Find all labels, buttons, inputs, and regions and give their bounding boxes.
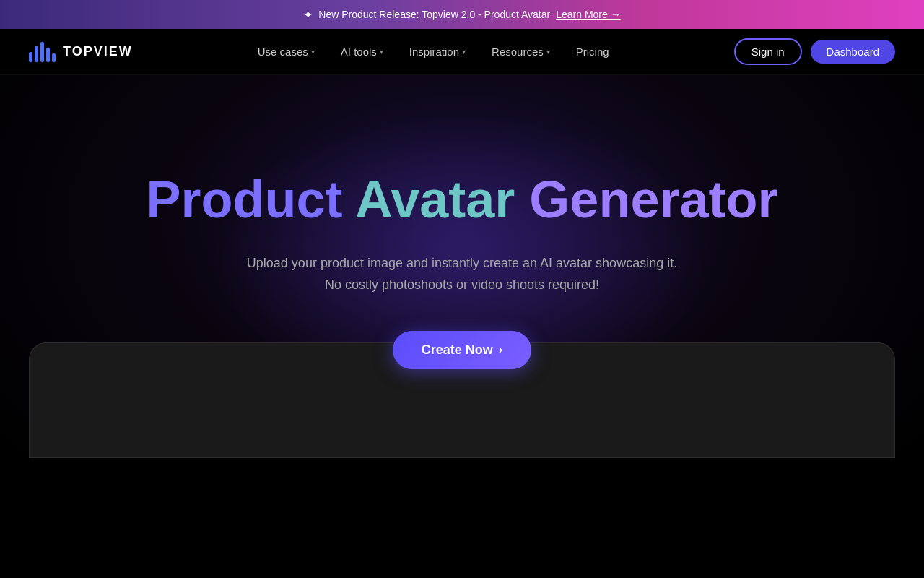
nav-use-cases[interactable]: Use cases ▾ (248, 40, 325, 64)
title-generator: Generator (529, 171, 777, 228)
subtitle-line2: No costly photoshoots or video shoots re… (325, 277, 599, 292)
nav-inspiration[interactable]: Inspiration ▾ (399, 40, 476, 64)
nav-pricing[interactable]: Pricing (566, 40, 619, 64)
subtitle-line1: Upload your product image and instantly … (247, 256, 677, 270)
chevron-down-icon: ▾ (380, 48, 383, 56)
title-product: Product (147, 171, 343, 228)
chevron-down-icon: ▾ (311, 48, 315, 56)
title-avatar: Avatar (355, 171, 515, 228)
nav-actions: Sign in Dashboard (734, 38, 895, 65)
signin-button[interactable]: Sign in (734, 38, 802, 65)
sparkle-icon: ✦ (303, 8, 313, 22)
logo[interactable]: TOPVIEW (29, 42, 133, 62)
hero-section: Product Avatar Generator Upload your pro… (0, 75, 924, 451)
learn-more-link[interactable]: Learn More → (556, 9, 620, 20)
hero-title: Product Avatar Generator (147, 171, 778, 228)
chevron-down-icon: ▾ (546, 48, 550, 56)
chevron-down-icon: ▾ (462, 48, 466, 56)
announcement-text: New Product Release: Topview 2.0 - Produ… (318, 9, 550, 20)
navbar: TOPVIEW Use cases ▾ AI tools ▾ Inspirati… (0, 29, 924, 75)
create-now-button[interactable]: Create Now › (393, 331, 531, 369)
nav-ai-tools[interactable]: AI tools ▾ (331, 40, 393, 64)
nav-resources[interactable]: Resources ▾ (481, 40, 560, 64)
chevron-right-icon: › (499, 343, 502, 356)
nav-links: Use cases ▾ AI tools ▾ Inspiration ▾ Res… (248, 40, 619, 64)
logo-icon (29, 42, 56, 62)
hero-subtitle: Upload your product image and instantly … (247, 252, 677, 296)
create-now-label: Create Now (422, 342, 493, 358)
logo-text: TOPVIEW (63, 44, 133, 59)
announcement-bar: ✦ New Product Release: Topview 2.0 - Pro… (0, 0, 924, 29)
dashboard-button[interactable]: Dashboard (811, 40, 895, 64)
